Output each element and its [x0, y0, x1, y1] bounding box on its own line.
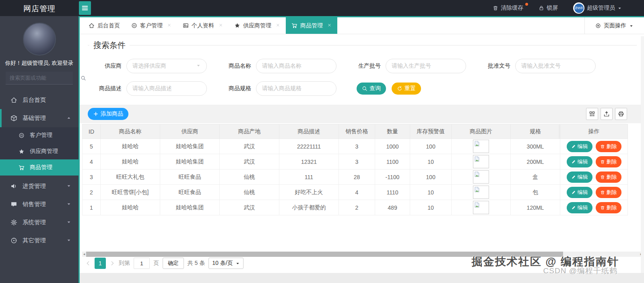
- field-input[interactable]: 请输入生产批号: [386, 59, 466, 73]
- field-input[interactable]: 请输入商品描述: [126, 81, 207, 96]
- sidebar-item-0[interactable]: 后台首页: [0, 91, 78, 109]
- product-image-thumbnail[interactable]: [473, 170, 489, 184]
- tab-close-icon[interactable]: [276, 23, 280, 29]
- scrollbar-thumb[interactable]: [86, 252, 563, 257]
- trash-icon: [600, 190, 605, 195]
- tab-4[interactable]: 商品管理: [286, 17, 337, 34]
- cell-qty: 489: [375, 200, 410, 215]
- cell-supplier: 旺旺食品: [160, 169, 220, 185]
- vertical-scrollbar[interactable]: [641, 36, 644, 273]
- trash-icon: [600, 159, 605, 164]
- tabs-container: 后台首页客户管理个人资料供应商管理商品管理: [83, 17, 337, 34]
- pencil-icon: [571, 144, 576, 149]
- cell-warn: 10: [410, 200, 452, 215]
- sidebar-subitem-0[interactable]: 客户管理: [0, 127, 78, 143]
- product-image-thumbnail[interactable]: [473, 140, 489, 153]
- cell-origin: 武汉: [220, 154, 279, 169]
- edit-button[interactable]: 编辑: [567, 171, 592, 183]
- delete-button[interactable]: 删除: [596, 202, 621, 213]
- cell-id: 3: [83, 169, 101, 185]
- sidebar-item-3[interactable]: 销售管理: [0, 195, 78, 213]
- table-header-3: 商品产地: [220, 124, 279, 139]
- sidebar-item-5[interactable]: 其它管理: [0, 231, 78, 250]
- app-title: 网店管理: [23, 4, 56, 14]
- goto-page-input[interactable]: [134, 258, 150, 269]
- prev-page-button[interactable]: [85, 260, 91, 266]
- topbar-actions: 清除缓存 锁屏 进销存 超级管理员: [493, 0, 622, 16]
- sidebar-subitem-2[interactable]: 商品管理: [0, 159, 78, 176]
- print-button[interactable]: [615, 108, 627, 120]
- sidebar-subitem-1[interactable]: 供应商管理: [0, 143, 78, 159]
- edit-button[interactable]: 编辑: [567, 141, 592, 152]
- cell-id: 4: [83, 154, 101, 169]
- cell-name: 娃哈哈: [101, 200, 160, 215]
- product-image-thumbnail[interactable]: [473, 155, 489, 168]
- columns-grid-button[interactable]: [586, 108, 598, 120]
- page-size-select[interactable]: 10 条/页: [208, 258, 243, 269]
- delete-button[interactable]: 删除: [596, 156, 621, 167]
- export-button[interactable]: [601, 108, 613, 120]
- tab-close-icon[interactable]: [167, 23, 171, 29]
- plus-icon: [93, 111, 99, 117]
- clear-cache-button[interactable]: 清除缓存: [493, 4, 523, 12]
- add-product-button[interactable]: 添加商品: [88, 108, 128, 120]
- delete-button[interactable]: 删除: [596, 187, 621, 198]
- trash-icon: [600, 205, 605, 210]
- tab-1[interactable]: 客户管理: [126, 17, 177, 34]
- sidebar-item-4[interactable]: 系统管理: [0, 213, 78, 231]
- cell-id: 2: [83, 185, 101, 200]
- delete-button[interactable]: 删除: [596, 141, 621, 152]
- tab-close-icon[interactable]: [219, 23, 223, 29]
- sidebar-search-input[interactable]: [10, 75, 80, 81]
- tab-2[interactable]: 个人资料: [177, 17, 229, 34]
- product-image-thumbnail[interactable]: [473, 201, 489, 214]
- edit-button[interactable]: 编辑: [567, 187, 592, 198]
- lock-screen-button[interactable]: 锁屏: [539, 4, 558, 12]
- page-size-value: 10 条/页: [212, 260, 233, 267]
- goto-confirm-button[interactable]: 确定: [163, 258, 184, 269]
- pencil-icon: [571, 175, 576, 180]
- scroll-left-arrow[interactable]: ◂: [82, 252, 86, 257]
- query-button[interactable]: 查询: [357, 83, 386, 95]
- delete-button-label: 删除: [607, 174, 617, 181]
- sidebar-search[interactable]: [6, 72, 73, 85]
- reset-button[interactable]: 重置: [392, 83, 421, 95]
- sidebar-item-2[interactable]: 进货管理: [0, 177, 78, 195]
- field-input[interactable]: 请输入商品名称: [256, 59, 336, 73]
- product-image-thumbnail[interactable]: [473, 186, 489, 199]
- page-actions-dropdown[interactable]: 页面操作: [584, 17, 644, 34]
- tab-0[interactable]: 后台首页: [83, 17, 126, 34]
- cell-image: [452, 169, 511, 185]
- cell-spec: 300ML: [511, 139, 560, 154]
- caret-down-icon: [66, 201, 71, 208]
- sidebar-subitem-label: 供应商管理: [30, 148, 58, 155]
- table-header-0: ID: [83, 124, 101, 139]
- user-menu[interactable]: 进销存 超级管理员: [573, 2, 622, 14]
- supplier-select[interactable]: 请选择供应商: [126, 59, 207, 73]
- sidebar-item-1[interactable]: 基础管理: [0, 109, 78, 127]
- page-number-button[interactable]: 1: [95, 258, 106, 269]
- tab-close-icon[interactable]: [327, 23, 332, 29]
- tab-3[interactable]: 供应商管理: [229, 17, 286, 34]
- cell-image: [452, 185, 511, 200]
- caret-down-icon: [66, 183, 71, 190]
- edit-button-label: 编辑: [578, 158, 588, 165]
- delete-button[interactable]: 删除: [596, 171, 621, 183]
- next-page-button[interactable]: [109, 260, 115, 266]
- field-input[interactable]: 请输入批准文号: [515, 59, 596, 73]
- field-input[interactable]: 请输入商品规格: [256, 81, 336, 96]
- cell-image: [452, 200, 511, 215]
- search-icon: [362, 86, 367, 91]
- caret-down-icon: [196, 63, 201, 69]
- home-icon: [89, 23, 95, 29]
- hamburger-menu-button[interactable]: [79, 1, 91, 15]
- tab-label: 供应商管理: [243, 22, 271, 29]
- cell-spec: 盒: [511, 169, 560, 185]
- footer-strip: [80, 273, 644, 283]
- app-logo: 进销存: [573, 2, 584, 14]
- tab-bar: 后台首页客户管理个人资料供应商管理商品管理 页面操作: [80, 16, 644, 34]
- page-unit-label: 页: [153, 260, 159, 267]
- edit-button[interactable]: 编辑: [567, 202, 592, 213]
- horizontal-scrollbar[interactable]: ◂ ▸: [82, 252, 643, 257]
- edit-button[interactable]: 编辑: [567, 156, 592, 167]
